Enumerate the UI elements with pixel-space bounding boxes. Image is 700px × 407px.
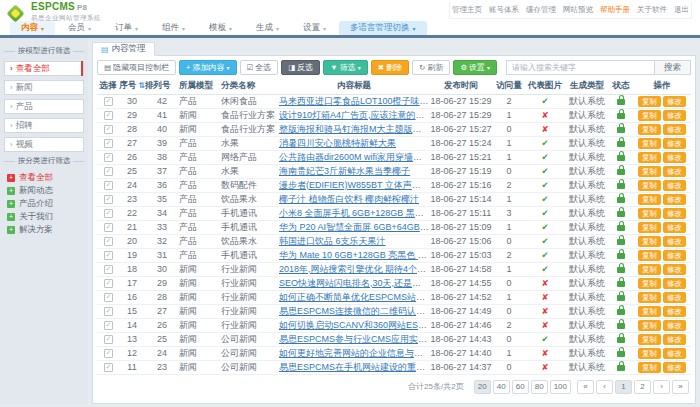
row-checkbox[interactable] [104, 279, 113, 288]
model-filter-item[interactable]: › 产品 [4, 99, 84, 114]
page-size-button[interactable]: 60 [512, 380, 529, 394]
content-title-link[interactable]: 华为 P20 AI智慧全面屏 6GB+64GB 亮黑色 5.8英寸 全网通版 移… [279, 222, 429, 232]
copy-button[interactable]: 复制 [638, 348, 661, 359]
lock-icon[interactable] [617, 99, 625, 105]
row-checkbox[interactable] [104, 307, 113, 316]
nav-tab[interactable]: 订单 ▾ [104, 21, 149, 35]
nav-tab[interactable]: 内容 ▾ [10, 21, 55, 35]
content-title-link[interactable]: 如何更好地完善网站的企业信息与建设 [279, 348, 429, 358]
content-title-link[interactable]: 华为 Mate 10 6GB+128GB 亮黑色 移动联通电信4G手机 5.9英… [279, 250, 429, 260]
page-nav-button[interactable]: › [653, 380, 670, 394]
content-title-link[interactable]: 椰子汁 植物蛋白饮料 椰肉鲜榨椰汁 [279, 194, 419, 204]
quick-link[interactable]: 帮助手册 [600, 5, 630, 15]
model-filter-item[interactable]: › 新闻 [4, 80, 84, 95]
toolbar-button[interactable]: ✖ 删除 [371, 60, 409, 75]
model-filter-item[interactable]: › 视频 [4, 137, 84, 152]
row-checkbox[interactable] [104, 335, 113, 344]
lock-icon[interactable] [617, 323, 625, 329]
nav-tab[interactable]: 模板 ▾ [198, 21, 243, 35]
row-checkbox[interactable] [104, 251, 113, 260]
page-size-button[interactable]: 20 [474, 380, 491, 394]
copy-button[interactable]: 复制 [638, 138, 661, 149]
copy-button[interactable]: 复制 [638, 166, 661, 177]
toolbar-button[interactable]: ◨ 反选 [281, 60, 320, 75]
row-checkbox[interactable] [104, 321, 113, 330]
lock-icon[interactable] [617, 183, 625, 189]
row-checkbox[interactable] [104, 139, 113, 148]
copy-button[interactable]: 复制 [638, 278, 661, 289]
edit-button[interactable]: 修改 [663, 348, 686, 359]
lock-icon[interactable] [617, 211, 625, 217]
toolbar-button[interactable]: + 添加内容 ▾ [179, 60, 236, 75]
page-nav-button[interactable]: ‹ [596, 380, 613, 394]
lock-icon[interactable] [617, 309, 625, 315]
lock-icon[interactable] [617, 113, 625, 119]
row-checkbox[interactable] [104, 125, 113, 134]
category-filter-item[interactable]: + 新闻动态 [4, 184, 84, 197]
edit-button[interactable]: 修改 [663, 222, 686, 233]
category-filter-item[interactable]: + 产品介绍 [4, 197, 84, 210]
edit-button[interactable]: 修改 [663, 208, 686, 219]
edit-button[interactable]: 修改 [663, 292, 686, 303]
copy-button[interactable]: 复制 [638, 194, 661, 205]
model-filter-item[interactable]: › 查看全部 [4, 61, 84, 76]
content-title-link[interactable]: 韩国进口饮品 6支乐天果汁 [279, 236, 386, 246]
edit-button[interactable]: 修改 [663, 320, 686, 331]
sort-icon[interactable]: ⇅ [138, 81, 145, 90]
edit-button[interactable]: 修改 [663, 362, 686, 373]
search-input[interactable] [506, 60, 654, 75]
lock-icon[interactable] [617, 253, 625, 259]
row-checkbox[interactable] [104, 111, 113, 120]
row-checkbox[interactable] [104, 223, 113, 232]
edit-button[interactable]: 修改 [663, 194, 686, 205]
quick-link[interactable]: 关于软件 [637, 5, 667, 15]
toolbar-button[interactable]: ▤ 隐藏项目控制栏 [97, 60, 176, 75]
content-title-link[interactable]: 整版海报和骑马钉海报M大主题版面体系,是如何表现设计的! [279, 124, 429, 134]
edit-button[interactable]: 修改 [663, 334, 686, 345]
edit-button[interactable]: 修改 [663, 264, 686, 275]
content-title-link[interactable]: 漫步者(EDIFIER)W855BT 立体声头戴式蓝牙耳机 曜石黑 [279, 180, 429, 190]
toolbar-button[interactable]: ↻ 刷新 [412, 60, 450, 75]
category-filter-item[interactable]: + 查看全部 [4, 171, 84, 184]
lock-icon[interactable] [617, 127, 625, 133]
copy-button[interactable]: 复制 [638, 180, 661, 191]
copy-button[interactable]: 复制 [638, 96, 661, 107]
page-nav-button[interactable]: » [672, 380, 689, 394]
copy-button[interactable]: 复制 [638, 110, 661, 121]
lock-icon[interactable] [617, 169, 625, 175]
lock-icon[interactable] [617, 155, 625, 161]
edit-button[interactable]: 修改 [663, 138, 686, 149]
copy-button[interactable]: 复制 [638, 222, 661, 233]
lock-icon[interactable] [617, 197, 625, 203]
lock-icon[interactable] [617, 281, 625, 287]
quick-link[interactable]: 账号体系 [489, 5, 519, 15]
content-title-link[interactable]: 易思ESPCMS连接微信的二维码认证解析 [279, 306, 429, 316]
page-size-button[interactable]: 80 [531, 380, 548, 394]
row-checkbox[interactable] [104, 181, 113, 190]
copy-button[interactable]: 复制 [638, 292, 661, 303]
copy-button[interactable]: 复制 [638, 250, 661, 261]
lock-icon[interactable] [617, 351, 625, 357]
copy-button[interactable]: 复制 [638, 334, 661, 345]
page-size-button[interactable]: 40 [493, 380, 510, 394]
row-checkbox[interactable] [104, 265, 113, 274]
row-checkbox[interactable] [104, 349, 113, 358]
row-checkbox[interactable] [104, 97, 113, 106]
nav-tab[interactable]: 多语言管理切换 ▾ [339, 21, 427, 35]
edit-button[interactable]: 修改 [663, 166, 686, 177]
search-button[interactable]: 搜索 [654, 60, 691, 75]
toolbar-button[interactable]: ▼ 筛选 ▾ [323, 60, 367, 75]
edit-button[interactable]: 修改 [663, 124, 686, 135]
category-filter-item[interactable]: + 关于我们 [4, 210, 84, 223]
lock-icon[interactable] [617, 225, 625, 231]
row-checkbox[interactable] [104, 293, 113, 302]
content-manage-tab[interactable]: ▤ 内容管理 [92, 42, 155, 56]
quick-link[interactable]: 管理主页 [452, 5, 482, 15]
edit-button[interactable]: 修改 [663, 180, 686, 191]
row-checkbox[interactable] [104, 195, 113, 204]
page-nav-button[interactable]: 1 [615, 380, 632, 394]
edit-button[interactable]: 修改 [663, 110, 686, 121]
page-nav-button[interactable]: « [577, 380, 594, 394]
page-nav-button[interactable]: 2 [634, 380, 651, 394]
copy-button[interactable]: 复制 [638, 236, 661, 247]
